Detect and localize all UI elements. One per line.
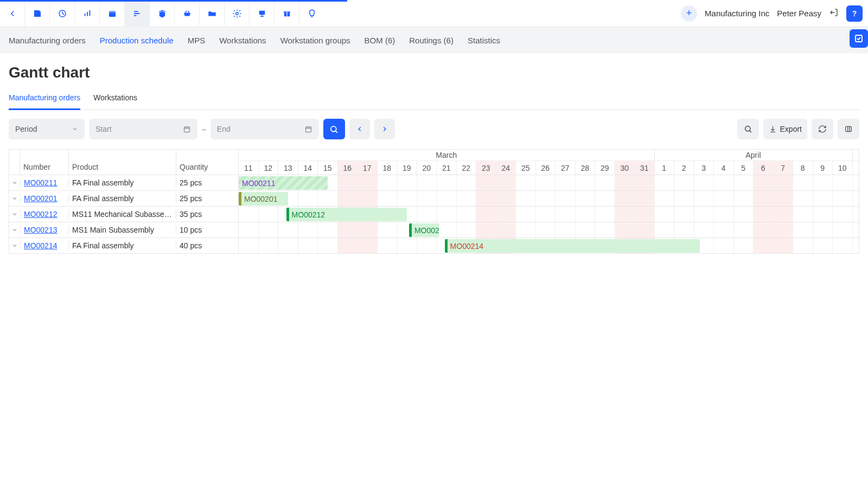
svg-line-30 <box>336 131 338 133</box>
day-header: 10 <box>833 161 853 175</box>
col-header-product: Product <box>69 150 176 175</box>
tab[interactable]: Workstations <box>93 89 137 110</box>
expand-toggle[interactable] <box>9 242 20 249</box>
refresh-button[interactable] <box>812 119 833 139</box>
logo-icon[interactable] <box>25 0 50 27</box>
end-placeholder: End <box>217 125 231 133</box>
filter-bar: Period Start – End Export <box>0 119 868 139</box>
gantt-bar-label: MO00211 <box>242 179 275 188</box>
qty-cell: 35 pcs <box>176 210 238 219</box>
add-button[interactable]: + <box>681 5 697 22</box>
display-icon[interactable] <box>250 0 275 27</box>
top-toolbar: + Manufacturing Inc Peter Peasy ? <box>0 0 868 27</box>
subnav-item[interactable]: Workstations <box>219 36 266 45</box>
expand-toggle[interactable] <box>9 211 20 217</box>
gantt-bar-label: MO00201 <box>244 195 277 203</box>
gantt-icon[interactable] <box>125 0 150 27</box>
expand-toggle[interactable] <box>9 195 20 202</box>
start-date-input[interactable]: Start <box>89 119 197 139</box>
subnav-item[interactable]: Manufacturing orders <box>9 36 86 45</box>
day-header: 18 <box>378 161 398 175</box>
calendar-icon <box>304 125 312 133</box>
search-button[interactable] <box>323 119 345 139</box>
gantt-bar[interactable]: MO00201 <box>239 192 288 206</box>
user-name[interactable]: Peter Peasy <box>777 9 821 18</box>
product-cell: FA Final assembly <box>69 178 176 187</box>
day-header: 14 <box>298 161 318 175</box>
calendar-icon[interactable] <box>100 0 125 27</box>
day-header: 15 <box>318 161 338 175</box>
day-header: 26 <box>536 161 556 175</box>
product-cell: FA Final assembly <box>69 194 176 203</box>
svg-line-2 <box>62 14 64 15</box>
logout-icon[interactable] <box>829 8 839 19</box>
day-header: 4 <box>714 161 734 175</box>
day-header: 28 <box>576 161 596 175</box>
help-button[interactable]: ? <box>846 5 863 22</box>
gantt-bar[interactable]: MO00211 <box>239 176 328 190</box>
expand-toggle[interactable] <box>9 227 20 233</box>
subnav-item[interactable]: Statistics <box>468 36 500 45</box>
period-dropdown[interactable]: Period <box>9 119 85 139</box>
gantt-row: MO00201 <box>239 190 859 206</box>
order-link[interactable]: MO00201 <box>24 194 57 203</box>
next-button[interactable] <box>374 119 395 139</box>
basket-icon[interactable] <box>175 0 200 27</box>
date-range-separator: – <box>202 125 206 133</box>
day-header: 23 <box>476 161 496 175</box>
svg-point-29 <box>331 126 336 131</box>
reports-icon[interactable] <box>75 0 100 27</box>
order-link[interactable]: MO00211 <box>24 178 57 187</box>
settings-icon[interactable] <box>225 0 250 27</box>
gantt-bar-label: MO00214 <box>450 242 483 251</box>
subnav-item[interactable]: BOM (6) <box>365 36 395 45</box>
gantt-bar[interactable]: MO00213 <box>409 223 439 237</box>
gantt-row: MO00213 <box>239 222 859 237</box>
gantt-bar-label: MO00213 <box>414 226 439 235</box>
folder-icon[interactable] <box>200 0 225 27</box>
order-link[interactable]: MO00212 <box>24 210 57 219</box>
prev-button[interactable] <box>349 119 370 139</box>
export-button[interactable]: Export <box>763 119 807 139</box>
day-header: 29 <box>595 161 615 175</box>
subnav-item[interactable]: MPS <box>188 36 206 45</box>
svg-rect-7 <box>109 11 116 12</box>
inventory-icon[interactable] <box>150 0 175 27</box>
subnav-item[interactable]: Production schedule <box>100 36 174 45</box>
day-header: 7 <box>774 161 794 175</box>
order-link[interactable]: MO00213 <box>24 226 57 234</box>
svg-point-31 <box>745 126 750 131</box>
qty-cell: 25 pcs <box>176 194 238 203</box>
back-button[interactable] <box>0 0 25 27</box>
day-header: 31 <box>635 161 655 175</box>
search-toggle-button[interactable] <box>737 119 759 139</box>
day-header: 17 <box>358 161 378 175</box>
export-label: Export <box>780 125 802 133</box>
columns-button[interactable] <box>838 119 859 139</box>
svg-rect-25 <box>305 127 311 132</box>
expand-toggle[interactable] <box>9 179 20 186</box>
gantt-bar-label: MO00212 <box>292 210 325 219</box>
tab[interactable]: Manufacturing orders <box>9 89 80 110</box>
gantt-bar[interactable]: MO00212 <box>286 208 407 221</box>
subnav-item[interactable]: Routings (6) <box>409 36 454 45</box>
company-name[interactable]: Manufacturing Inc <box>705 9 769 18</box>
day-header: 25 <box>516 161 536 175</box>
dashboard-icon[interactable] <box>50 0 75 27</box>
gift-icon[interactable] <box>275 0 299 27</box>
subnav-item[interactable]: Workstation groups <box>280 36 350 45</box>
end-date-input[interactable]: End <box>210 119 319 139</box>
page-tabs: Manufacturing ordersWorkstations <box>9 89 859 110</box>
gantt-bar[interactable]: MO00214 <box>445 239 700 253</box>
calendar-icon <box>183 125 191 133</box>
month-header: March <box>239 150 655 160</box>
toolbar-left <box>0 0 324 27</box>
table-row: MO00211 FA Final assembly 25 pcs <box>9 175 238 190</box>
svg-rect-12 <box>259 10 265 15</box>
qty-cell: 10 pcs <box>176 226 238 234</box>
table-row: MO00212 MS11 Mechanical Subassembly 35 p… <box>9 206 238 222</box>
day-header: 21 <box>437 161 457 175</box>
idea-icon[interactable] <box>299 0 324 27</box>
order-link[interactable]: MO00214 <box>24 241 57 250</box>
tasks-floating-button[interactable] <box>850 29 868 48</box>
